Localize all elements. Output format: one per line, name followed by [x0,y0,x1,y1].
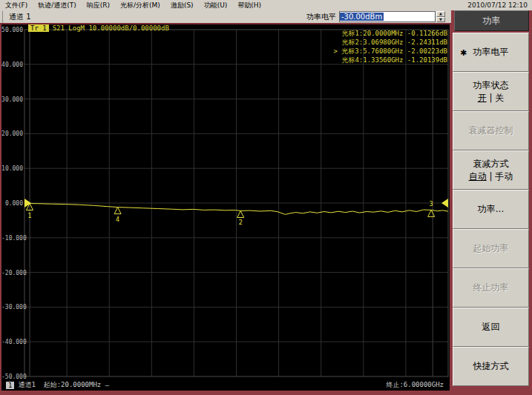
softkey-label: 起始功率 [473,242,509,255]
softkey-label: 终止功率 [473,282,509,294]
menu-item-6[interactable]: 帮助(H) [232,1,266,10]
datetime-display: 2010/07/12 12:10 [467,1,532,9]
menu-item-0[interactable]: 文件(F) [0,1,33,10]
status-start-frequency: 起始:20.0000MHz [44,380,102,390]
toggle-option: 手动 [495,171,513,182]
power-level-label: 功率电平 [306,12,336,22]
trace-badge[interactable]: Tr 1 [28,24,49,32]
y-axis-tick-label: -20.000 [1,270,23,276]
status-channel-label: 通道1 [18,380,35,390]
marker-readout-line: 光标4:1.33560GHz -1.20139dB [334,56,447,64]
y-axis-tick-label: 10.000 [1,165,23,172]
softkey-label: 功率状态 [473,79,509,92]
marker-readout-line: 光标2:3.06980GHz -2.24311dB [334,38,447,47]
marker-readout-line: > 光标3:5.76080GHz -2.00223dB [334,47,447,56]
trace-color-dash: — [105,382,109,389]
marker-number-3: 3 [430,201,433,208]
spinner-down-button[interactable]: ▼ [436,17,445,23]
toggle-option: 关 [495,93,504,103]
softkey-label: 返回 [482,321,500,333]
menu-item-2[interactable]: 响应(R) [82,1,115,10]
y-axis-tick-label: 50.000 [1,27,23,33]
y-axis-tick-label: -30.000 [1,304,23,311]
marker-triangle-3 [428,210,435,216]
toggle-option: 自动 [469,171,487,182]
ref-level-arrow-left [24,199,31,208]
marker-readout-line: 光标1:20.0000MHz -0.11266dB [334,29,447,38]
power-level-controls: 功率电平 -30.00dBm ▲ ▼ [306,11,451,22]
menu-item-1[interactable]: 轨迹/通道(T) [33,1,82,10]
softkey-button-3[interactable]: 衰减方式自动 | 手动 [453,150,529,190]
menu-item-5[interactable]: 功能(U) [199,1,233,10]
channel-tab[interactable]: 通道 1 [2,11,39,23]
softkey-button-2: 衰减器控制 [453,111,529,150]
ref-level-arrow-right [441,199,448,208]
menu-item-4[interactable]: 激励(S) [165,1,199,10]
marker-number-1: 1 [27,213,31,219]
softkey-label: 功率... [478,203,504,216]
y-axis-tick-label: -10.000 [1,235,23,242]
measurement-screen: 1423 Tr 1S21 LogM 10.00000dB/0.00000dB 5… [1,24,450,391]
spinner-up-button[interactable]: ▲ [436,11,445,17]
menu-bar: 文件(F)轨迹/通道(T)响应(R)光标/分析(M)激励(S)功能(U)帮助(H… [0,0,532,10]
softkey-button-8[interactable]: 快捷方式 [453,347,529,386]
status-stop-frequency: 终止:6.00000GHz [386,380,444,390]
power-level-input[interactable]: -30.00dBm [339,11,436,22]
y-axis-tick-label: 40.000 [1,62,23,68]
y-axis-tick-label: 0.000 [1,200,23,207]
marker-readouts: 光标1:20.0000MHz -0.11266dB光标2:3.06980GHz … [334,29,447,64]
softkey-label: 衰减器控制 [469,125,513,137]
status-left: 1 通道1 起始:20.0000MHz — [6,380,109,390]
trace-plot: 1423 [1,24,450,391]
toggle-option: 开 [478,93,487,103]
softkey-label: 衰减方式 [473,158,509,170]
softkey-toggle-options: 开 | 关 [478,92,505,104]
softkey-button-1[interactable]: 功率状态开 | 关 [453,72,529,111]
softkey-label: 功率电平 [473,46,509,59]
power-level-value: -30.00dBm [340,13,384,21]
menu-item-3[interactable]: 光标/分析(M) [115,1,165,10]
marker-triangle-2 [237,210,244,217]
softkey-panel-header: 功率 [454,10,529,31]
marker-number-4: 4 [116,216,119,223]
softkey-button-6: 终止功率 [453,268,529,308]
softkey-button-0[interactable]: ✱功率电平 [453,33,529,72]
menu-items: 文件(F)轨迹/通道(T)响应(R)光标/分析(M)激励(S)功能(U)帮助(H… [0,1,266,10]
softkey-button-7[interactable]: 返回 [453,308,529,347]
softkey-button-5: 起始功率 [453,229,529,268]
y-axis-tick-label: -40.000 [1,339,23,345]
softkey-button-4[interactable]: 功率... [453,190,529,229]
trace-header: Tr 1S21 LogM 10.00000dB/0.00000dB [28,24,169,32]
softkey-buttons: ✱功率电平功率状态开 | 关衰减器控制衰减方式自动 | 手动功率...起始功率终… [453,33,529,386]
softkey-toggle-options: 自动 | 手动 [469,170,513,183]
y-axis-tick-label: 20.000 [1,130,23,137]
y-axis-tick-label: 30.000 [1,96,23,103]
softkey-label: 快捷方式 [473,360,509,373]
channel-number-badge: 1 [6,382,14,389]
status-bar: 1 通道1 起始:20.0000MHz — 终止:6.00000GHz [1,379,450,391]
active-function-star-icon: ✱ [460,47,467,57]
trace-settings-text: S21 LogM 10.00000dB/0.00000dB [53,24,169,32]
softkey-panel: 功率 ✱功率电平功率状态开 | 关衰减器控制衰减方式自动 | 手动功率...起始… [451,10,532,395]
vna-application-window: 文件(F)轨迹/通道(T)响应(R)光标/分析(M)激励(S)功能(U)帮助(H… [0,0,532,395]
power-level-stepper: ▲ ▼ [436,11,445,22]
marker-number-2: 2 [239,219,243,226]
toolbar-row: 通道 1 功率电平 -30.00dBm ▲ ▼ [0,10,451,23]
marker-triangle-4 [114,208,121,214]
